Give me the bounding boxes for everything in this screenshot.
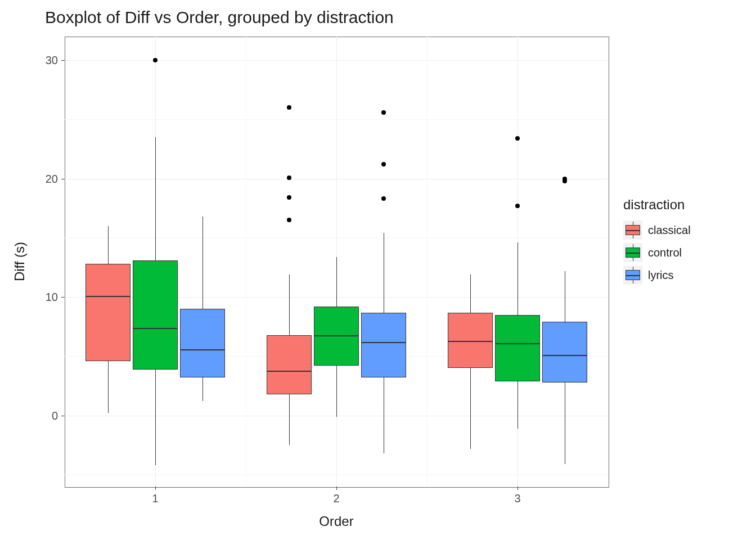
outlier-point bbox=[562, 177, 567, 181]
legend-key-icon bbox=[623, 266, 642, 285]
whisker-lower bbox=[384, 377, 384, 453]
outlier-point bbox=[287, 105, 291, 110]
whisker-upper bbox=[202, 217, 203, 309]
whisker-upper bbox=[565, 271, 565, 322]
whisker-upper bbox=[289, 274, 290, 335]
median-line bbox=[361, 342, 406, 343]
outlier-point bbox=[515, 204, 520, 208]
y-tick-label: 10 bbox=[46, 291, 58, 304]
box-control bbox=[314, 307, 359, 366]
y-axis-label: Diff (s) bbox=[12, 242, 28, 281]
median-line bbox=[86, 296, 130, 297]
legend-key-icon bbox=[623, 243, 642, 262]
x-tick-label: 1 bbox=[152, 492, 158, 505]
whisker-lower bbox=[518, 381, 518, 429]
legend-item-control: control bbox=[623, 243, 691, 262]
outlier-point bbox=[515, 136, 520, 141]
plot-area: 0102030123 Diff (s) Order bbox=[65, 37, 608, 487]
grid-minor-x bbox=[427, 37, 428, 487]
whisker-upper bbox=[518, 242, 518, 314]
x-tick-mark bbox=[518, 487, 518, 490]
y-tick-mark bbox=[61, 60, 65, 61]
whisker-lower bbox=[565, 382, 565, 464]
whisker-upper bbox=[108, 226, 109, 264]
whisker-lower bbox=[155, 370, 156, 466]
whisker-lower bbox=[202, 377, 203, 401]
whisker-upper bbox=[336, 257, 337, 307]
y-tick-label: 30 bbox=[46, 54, 58, 67]
whisker-lower bbox=[470, 368, 471, 448]
outlier-point bbox=[381, 196, 386, 201]
legend: distraction classicalcontrollyrics bbox=[623, 197, 691, 288]
median-line bbox=[180, 349, 225, 350]
legend-label: classical bbox=[648, 224, 691, 237]
legend-label: lyrics bbox=[648, 269, 674, 282]
grid-minor-x bbox=[246, 37, 246, 487]
legend-item-classical: classical bbox=[623, 220, 691, 240]
median-line bbox=[495, 343, 540, 344]
outlier-point bbox=[287, 176, 291, 180]
y-tick-mark bbox=[61, 179, 65, 179]
outlier-point bbox=[381, 110, 386, 115]
box-lyrics bbox=[361, 313, 406, 378]
median-line bbox=[314, 335, 359, 336]
box-classical bbox=[267, 335, 312, 394]
box-classical bbox=[86, 264, 130, 361]
whisker-lower bbox=[336, 366, 337, 417]
x-tick-mark bbox=[336, 487, 337, 490]
legend-key-icon bbox=[623, 220, 642, 240]
box-control bbox=[495, 315, 540, 381]
x-tick-label: 2 bbox=[333, 492, 339, 505]
y-tick-mark bbox=[61, 297, 65, 298]
y-tick-label: 20 bbox=[46, 172, 58, 185]
whisker-lower bbox=[289, 394, 290, 446]
outlier-point bbox=[153, 58, 158, 62]
x-tick-label: 3 bbox=[514, 492, 520, 505]
x-tick-mark bbox=[155, 487, 156, 490]
box-classical bbox=[448, 313, 493, 368]
legend-title: distraction bbox=[623, 197, 691, 213]
x-axis-label: Order bbox=[319, 514, 353, 529]
whisker-upper bbox=[384, 233, 384, 312]
outlier-point bbox=[287, 218, 291, 222]
outlier-point bbox=[287, 195, 291, 200]
whisker-upper bbox=[470, 274, 471, 312]
legend-item-lyrics: lyrics bbox=[623, 266, 691, 285]
legend-label: control bbox=[648, 246, 682, 259]
median-line bbox=[542, 355, 587, 356]
median-line bbox=[448, 341, 493, 342]
box-lyrics bbox=[542, 322, 587, 382]
whisker-upper bbox=[155, 137, 156, 260]
outlier-point bbox=[381, 162, 386, 166]
y-tick-mark bbox=[61, 416, 65, 416]
chart-title: Boxplot of Diff vs Order, grouped by dis… bbox=[45, 8, 394, 27]
median-line bbox=[133, 328, 178, 329]
box-lyrics bbox=[180, 309, 225, 377]
box-control bbox=[133, 260, 178, 370]
y-tick-label: 0 bbox=[52, 409, 58, 422]
median-line bbox=[267, 371, 312, 372]
whisker-lower bbox=[108, 361, 109, 413]
